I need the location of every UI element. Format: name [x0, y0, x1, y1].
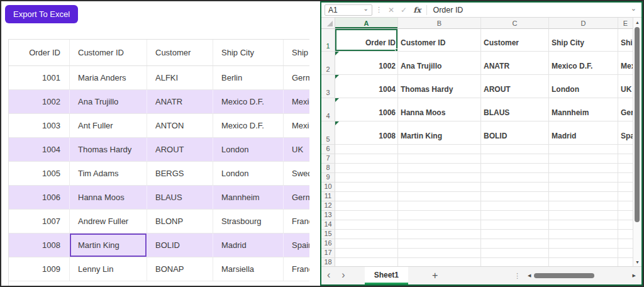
- cell-a5[interactable]: 1008: [335, 121, 398, 145]
- empty-cell[interactable]: [398, 230, 481, 239]
- empty-cell[interactable]: [549, 220, 618, 230]
- empty-cell[interactable]: [481, 164, 549, 173]
- empty-cell[interactable]: [335, 220, 398, 230]
- empty-cell[interactable]: [549, 201, 618, 211]
- empty-cell[interactable]: [618, 258, 633, 266]
- empty-cell[interactable]: [549, 258, 618, 266]
- empty-cell[interactable]: [335, 164, 398, 173]
- grid-cell[interactable]: Mexico: [284, 114, 309, 137]
- grid-cell[interactable]: 1001: [9, 66, 70, 89]
- row-header-1[interactable]: 1: [321, 29, 335, 52]
- grid-header-customer[interactable]: Customer: [147, 40, 213, 65]
- grid-cell[interactable]: 1005: [9, 162, 70, 185]
- grid-cell[interactable]: London: [213, 162, 284, 185]
- scroll-right-icon[interactable]: ▶: [631, 273, 638, 278]
- focused-grid-cell[interactable]: Martin King: [70, 234, 147, 257]
- empty-cell[interactable]: [481, 249, 549, 258]
- grid-cell[interactable]: UK: [284, 138, 309, 161]
- cell-b5[interactable]: Martin King: [398, 121, 481, 145]
- empty-cell[interactable]: [618, 173, 633, 183]
- empty-cell[interactable]: [335, 145, 398, 154]
- cell-c4[interactable]: BLAUS: [481, 98, 549, 121]
- empty-cell[interactable]: [549, 154, 618, 164]
- grid-cell[interactable]: Mexico D.F.: [213, 90, 284, 113]
- grid-cell[interactable]: BLAUS: [147, 186, 213, 209]
- grid-cell[interactable]: 1007: [9, 210, 70, 233]
- grid-cell[interactable]: AROUT: [147, 138, 213, 161]
- chevron-down-icon[interactable]: ⌄: [631, 5, 636, 12]
- empty-cell[interactable]: [398, 201, 481, 211]
- more-vertical-icon[interactable]: ⋮: [375, 6, 382, 14]
- formula-bar-input[interactable]: Order ID: [430, 6, 628, 14]
- grid-cell[interactable]: 1002: [9, 90, 70, 113]
- empty-cell[interactable]: [335, 183, 398, 192]
- grid-cell[interactable]: Tim Adams: [70, 162, 147, 185]
- grid-cell[interactable]: 1009: [9, 257, 70, 281]
- row-header-11[interactable]: 11: [321, 192, 335, 201]
- empty-cell[interactable]: [398, 258, 481, 266]
- row-header-18[interactable]: 18: [321, 258, 335, 266]
- grid-cell[interactable]: 1004: [9, 138, 70, 161]
- column-header-e[interactable]: E: [618, 18, 633, 29]
- scroll-up-icon[interactable]: ▲: [635, 18, 640, 26]
- grid-cell[interactable]: BOLID: [147, 234, 213, 257]
- table-row[interactable]: 1009 Lenny Lin BONAP Marsiella France: [9, 257, 309, 281]
- table-row[interactable]: 1001 Maria Anders ALFKI Berlin Germany: [9, 66, 309, 90]
- table-row-selected[interactable]: 1008 Martin King BOLID Madrid Spain: [9, 234, 309, 257]
- cell-e4[interactable]: Germany: [618, 98, 633, 121]
- empty-cell[interactable]: [481, 183, 549, 192]
- empty-cell[interactable]: [618, 164, 633, 173]
- empty-cell[interactable]: [549, 145, 618, 154]
- horizontal-scrollbar-track[interactable]: [533, 273, 630, 279]
- prev-sheet-button[interactable]: ‹: [321, 270, 336, 280]
- cancel-icon[interactable]: ✕: [388, 6, 394, 14]
- row-header-6[interactable]: 6: [321, 145, 335, 154]
- empty-cell[interactable]: [618, 220, 633, 230]
- empty-cell[interactable]: [618, 249, 633, 258]
- cell-b3[interactable]: Thomas Hardy: [398, 75, 481, 98]
- empty-cell[interactable]: [549, 249, 618, 258]
- cell-a3[interactable]: 1004: [335, 75, 398, 98]
- empty-cell[interactable]: [549, 230, 618, 239]
- empty-cell[interactable]: [398, 173, 481, 183]
- next-sheet-button[interactable]: ›: [336, 270, 350, 280]
- cell-a1-selected[interactable]: Order ID: [335, 29, 398, 52]
- cell-b1[interactable]: Customer ID: [398, 29, 481, 52]
- table-row-selected[interactable]: 1002 Ana Trujillo ANATR Mexico D.F. Mexi…: [9, 90, 309, 114]
- row-header-8[interactable]: 8: [321, 164, 335, 173]
- empty-cell[interactable]: [398, 183, 481, 192]
- row-header-4[interactable]: 4: [321, 98, 335, 121]
- select-all-button[interactable]: [321, 18, 335, 29]
- sheet-tab[interactable]: Sheet1: [365, 267, 408, 284]
- cell-e2[interactable]: Mexico: [618, 52, 633, 75]
- grid-cell[interactable]: BONAP: [147, 257, 213, 281]
- add-sheet-button[interactable]: +: [426, 270, 444, 281]
- empty-cell[interactable]: [481, 220, 549, 230]
- empty-cell[interactable]: [335, 239, 398, 249]
- cell-d3[interactable]: London: [549, 75, 618, 98]
- column-header-c[interactable]: C: [481, 18, 549, 29]
- grid-cell[interactable]: Mexico: [284, 90, 309, 113]
- grid-cell[interactable]: Ana Trujillo: [70, 90, 147, 113]
- chevron-down-icon[interactable]: ⌄: [364, 6, 369, 12]
- empty-cell[interactable]: [618, 183, 633, 192]
- cell-b2[interactable]: Ana Trujillo: [398, 52, 481, 75]
- cell-name-box[interactable]: A1 ⌄: [325, 4, 372, 16]
- scroll-down-icon[interactable]: ▼: [635, 257, 640, 266]
- grid-cell[interactable]: BERGS: [147, 162, 213, 185]
- empty-cell[interactable]: [481, 145, 549, 154]
- empty-cell[interactable]: [618, 145, 633, 154]
- grid-cell[interactable]: France: [284, 210, 309, 233]
- empty-cell[interactable]: [481, 258, 549, 266]
- grid-cell[interactable]: 1008: [9, 234, 70, 257]
- empty-cell[interactable]: [549, 239, 618, 249]
- grid-cell[interactable]: ALFKI: [147, 66, 213, 89]
- empty-cell[interactable]: [398, 211, 481, 220]
- vertical-scrollbar[interactable]: ▲ ▼: [633, 18, 641, 266]
- cell-c3[interactable]: AROUT: [481, 75, 549, 98]
- grid-cell[interactable]: Maria Anders: [70, 66, 147, 89]
- table-row-selected[interactable]: 1006 Hanna Moos BLAUS Mannheim Germany: [9, 186, 309, 210]
- empty-cell[interactable]: [335, 249, 398, 258]
- more-vertical-icon[interactable]: ⋮: [514, 272, 521, 280]
- empty-cell[interactable]: [335, 173, 398, 183]
